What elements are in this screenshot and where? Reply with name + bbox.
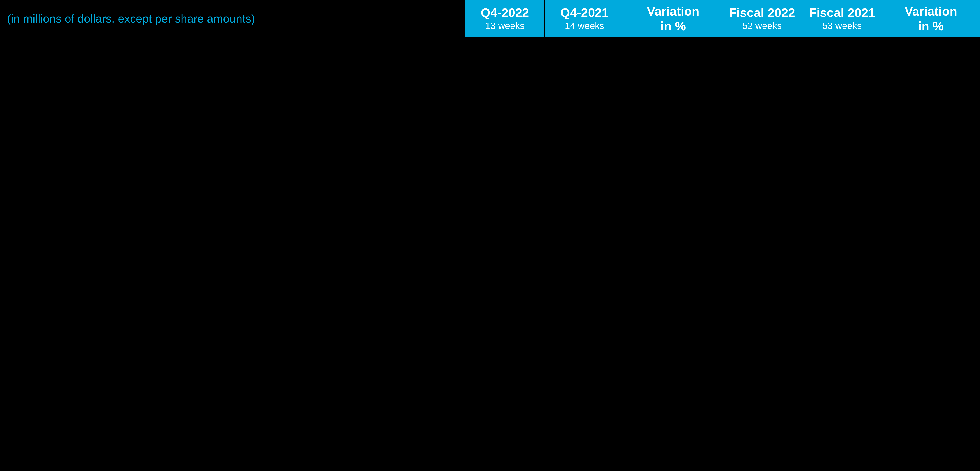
table-description-label: (in millions of dollars, except per shar… xyxy=(0,0,465,37)
header-variation-fiscal: Variation in % xyxy=(882,0,980,37)
header-fiscal-2022: Fiscal 2022 52 weeks xyxy=(722,0,802,37)
header-row: (in millions of dollars, except per shar… xyxy=(0,0,980,37)
financial-table: (in millions of dollars, except per shar… xyxy=(0,0,980,454)
header-variation-q4: Variation in % xyxy=(624,0,722,37)
header-q4-2022: Q4-2022 13 weeks xyxy=(465,0,545,37)
data-area xyxy=(0,37,980,454)
data-body-row xyxy=(0,37,980,454)
header-q4-2021: Q4-2021 14 weeks xyxy=(545,0,624,37)
header-fiscal-2021: Fiscal 2021 53 weeks xyxy=(802,0,882,37)
table-container: (in millions of dollars, except per shar… xyxy=(0,0,980,471)
